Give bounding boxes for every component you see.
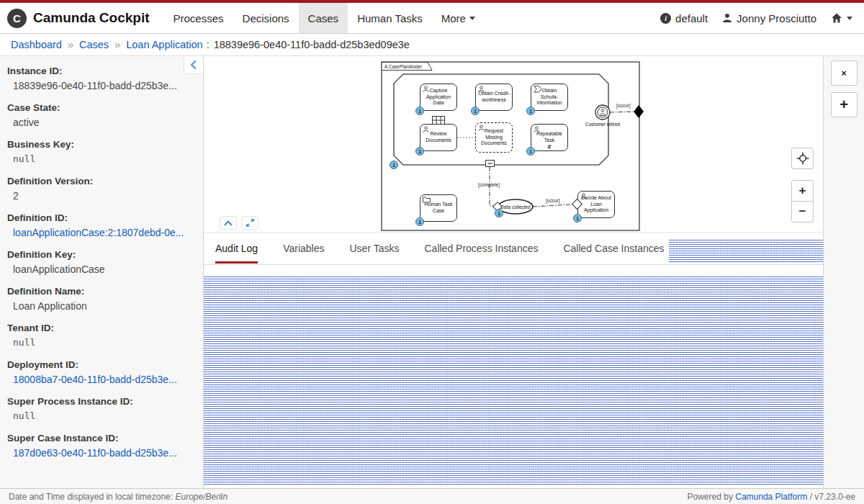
zoom-controls: + − [791, 180, 814, 222]
milestone-label: Data collected [500, 204, 531, 210]
add-panel-button[interactable]: + [831, 92, 858, 117]
occur-label-bottom: [occur] [546, 198, 560, 204]
cmmn-diagram-underlay: A CasePlanModel [complete] Data collecte… [204, 56, 822, 233]
breadcrumb: Dashboard » Cases » Loan Application : 1… [0, 34, 864, 56]
process-task-icon [534, 86, 542, 93]
zoom-out-button[interactable]: − [791, 201, 814, 222]
complete-label: [complete] [478, 182, 500, 188]
breadcrumb-cases[interactable]: Cases [79, 39, 109, 50]
case-task-folder-icon [423, 197, 431, 203]
field-value: null [13, 153, 192, 166]
milestone-instance-count-badge: 1 [495, 209, 503, 217]
task-human-task-case[interactable]: Human Task Case [420, 194, 457, 222]
maximize-panel-button[interactable] [241, 216, 258, 230]
instance-count-badge: 1 [573, 214, 582, 222]
deployment-id-link[interactable]: 18008ba7-0e40-11f0-badd-d25b3e... [13, 374, 192, 387]
cmmn-diagram-region: A CasePlanModel [complete] Data collecte… [204, 56, 823, 233]
apps-menu[interactable] [831, 13, 852, 23]
tab-called-case-instances[interactable]: Called Case Instances [563, 233, 664, 264]
brand[interactable]: C Camunda Cockpit [7, 3, 150, 33]
zoom-in-button[interactable]: + [791, 180, 814, 202]
occur-label-top: [occur] [616, 103, 631, 109]
task-decide-about-loan-application[interactable]: Decide About Loan Application [577, 191, 615, 218]
field-value: 18839e96-0e40-11f0-badd-d25b3e... [13, 80, 192, 93]
event-label: Customer retired [585, 122, 621, 127]
tab-called-process-instances[interactable]: Called Process Instances [424, 233, 538, 264]
task-label: Obtain Credit-worthiness [478, 91, 510, 104]
timezone-prefix: Date and Time displayed in local timezon… [9, 492, 173, 502]
case-plan-label: A CasePlanModel [384, 64, 422, 69]
field-label: Definition Key: [7, 249, 192, 260]
task-repeatable-task[interactable]: Repeatable Task # [531, 124, 568, 151]
human-task-icon [580, 193, 587, 199]
reset-viewport-button[interactable] [791, 148, 814, 169]
task-label: Repeatable Task [534, 131, 565, 144]
task-obtain-schufa-information[interactable]: Obtain Schufa-Information [531, 84, 568, 111]
instance-count-badge: 1 [415, 147, 424, 156]
task-obtain-creditworthiness[interactable]: Obtain Credit-worthiness [475, 84, 513, 111]
close-panel-button[interactable]: × [831, 60, 858, 86]
nav-item-human-tasks[interactable]: Human Tasks [348, 3, 432, 33]
instance-count-badge: 1 [526, 107, 535, 115]
field-label: Deployment ID: [7, 359, 192, 370]
breadcrumb-colon: : [207, 39, 210, 50]
chevron-up-icon [223, 220, 233, 227]
field-value: Loan Application [13, 300, 192, 313]
stage-instance-count-badge: 1 [390, 161, 398, 169]
super-case-instance-link[interactable]: 187d0e63-0e40-11f0-badd-d25b3e... [13, 447, 192, 460]
field-label: Super Process Instance ID: [7, 396, 192, 407]
camunda-platform-link[interactable]: Camunda Platform [735, 492, 807, 502]
task-capture-application-data[interactable]: Capture Application Data [420, 84, 457, 111]
nav-item-more[interactable]: More [432, 3, 485, 33]
human-task-icon [478, 125, 485, 131]
collapse-panel-button[interactable] [220, 216, 237, 230]
field-value: active [13, 117, 192, 130]
task-request-missing-documents[interactable]: Request Missing Documents [475, 122, 513, 153]
breadcrumb-loan-application[interactable]: Loan Application [126, 39, 202, 50]
nav-item-cases[interactable]: Cases [299, 3, 348, 33]
right-toolbar: × + [823, 56, 864, 488]
definition-id-link[interactable]: loanApplicationCase:2:1807debd-0e... [13, 227, 192, 240]
sidebar-collapse-button[interactable] [184, 56, 203, 74]
crosshair-icon [796, 152, 809, 165]
tab-user-tasks[interactable]: User Tasks [350, 233, 400, 264]
tab-audit-log[interactable]: Audit Log [215, 233, 258, 264]
human-task-icon [478, 86, 485, 92]
timezone-value: Europe/Berlin [175, 492, 228, 502]
chevron-left-icon [189, 59, 199, 71]
cmmn-diagram-canvas: A CasePlanModel [complete] Data collecte… [204, 56, 823, 232]
nav-item-decisions[interactable]: Decisions [233, 3, 299, 33]
field-label: Instance ID: [7, 66, 192, 76]
main-nav: Processes Decisions Cases Human Tasks Mo… [164, 3, 485, 33]
tab-variables[interactable]: Variables [283, 233, 324, 264]
content: Instance ID: 18839e96-0e40-11f0-badd-d25… [0, 56, 864, 488]
field-label: Definition ID: [7, 212, 192, 223]
nav-more-label: More [441, 12, 466, 24]
field-value: loanApplicationCase [13, 264, 192, 276]
main-panel: A CasePlanModel [complete] Data collecte… [204, 56, 823, 488]
user-menu[interactable]: Jonny Prosciutto [722, 12, 816, 24]
breadcrumb-dashboard[interactable]: Dashboard [11, 39, 62, 50]
repetition-marker: # [547, 143, 551, 151]
camunda-logo-icon: C [7, 9, 27, 28]
field-label: Definition Name: [7, 286, 192, 297]
top-navbar: C Camunda Cockpit Processes Decisions Ca… [0, 0, 864, 34]
field-value: null [13, 410, 192, 423]
field-label: Business Key: [7, 139, 192, 150]
engine-name: default [675, 12, 708, 24]
detail-tabs: Audit Log Variables User Tasks Called Pr… [204, 233, 823, 265]
field-label: Definition Version: [7, 176, 192, 186]
expand-arrows-icon [246, 218, 255, 228]
engine-selector[interactable]: i default [660, 12, 708, 24]
human-task-icon [534, 126, 540, 132]
home-icon [831, 13, 842, 23]
chevron-down-icon [847, 17, 852, 20]
instance-count-badge: 1 [415, 217, 424, 226]
field-label: Super Case Instance ID: [7, 433, 192, 444]
breadcrumb-separator: » [68, 39, 73, 50]
nav-item-processes[interactable]: Processes [164, 3, 233, 33]
version-label: / v7.23.0-ee [810, 492, 855, 502]
planning-table-icon [432, 116, 445, 125]
task-review-documents[interactable]: Review Documents [420, 124, 457, 151]
human-task-icon [423, 86, 429, 92]
